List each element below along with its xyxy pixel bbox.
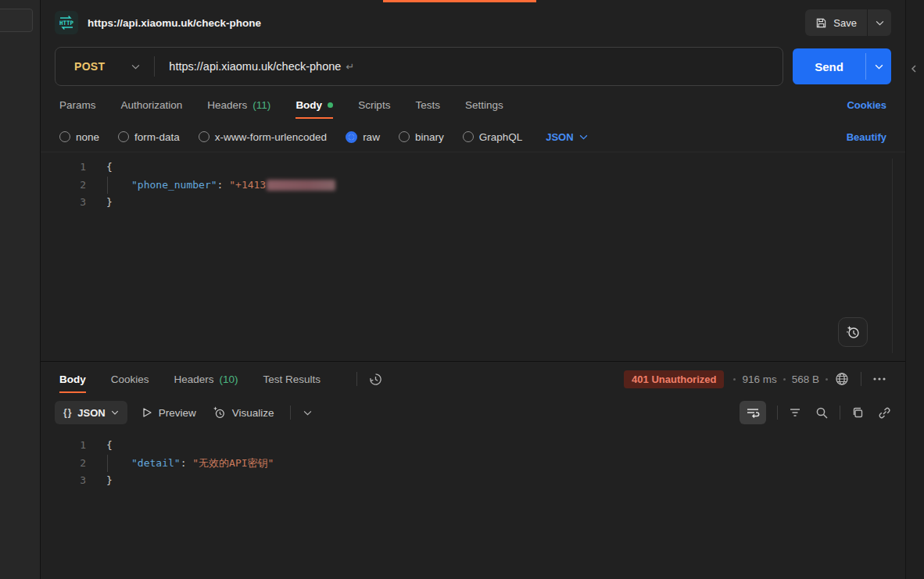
response-tab-body[interactable]: Body — [59, 362, 86, 396]
left-sidebar-rail — [0, 0, 41, 579]
json-value: "+1413 — [229, 179, 266, 191]
radio-selected-icon — [346, 131, 357, 143]
chevron-down-icon — [111, 410, 119, 415]
response-tab-cookies[interactable]: Cookies — [111, 362, 149, 396]
send-options-button[interactable] — [866, 48, 891, 84]
method-selector[interactable]: POST — [56, 60, 154, 73]
radio-icon — [463, 131, 474, 142]
tab-tests[interactable]: Tests — [415, 88, 440, 122]
status-badge[interactable]: 401 Unauthorized — [624, 370, 724, 388]
request-tabs: Params Authorization Headers(11) Body Sc… — [41, 88, 905, 122]
response-tab-test-results[interactable]: Test Results — [263, 362, 321, 396]
dot-separator — [826, 378, 828, 381]
visualize-icon — [212, 406, 226, 420]
mode-raw[interactable]: raw — [346, 131, 380, 143]
chevron-down-icon — [303, 410, 312, 416]
chevron-down-icon — [875, 64, 883, 70]
cookies-link[interactable]: Cookies — [847, 99, 886, 111]
save-button-label: Save — [833, 17, 857, 29]
response-size[interactable]: 568 B — [792, 373, 819, 385]
response-tab-headers[interactable]: Headers(10) — [174, 362, 238, 396]
response-history-button[interactable] — [368, 372, 383, 387]
tab-scripts[interactable]: Scripts — [358, 88, 390, 122]
mode-none[interactable]: none — [59, 131, 99, 143]
response-headers-count: (10) — [220, 373, 238, 385]
divider — [290, 406, 291, 420]
right-sidebar-rail — [905, 0, 924, 579]
save-icon — [815, 17, 827, 29]
tab-headers[interactable]: Headers(11) — [207, 88, 270, 122]
search-button[interactable] — [815, 406, 829, 420]
svg-text:HTTP: HTTP — [59, 20, 74, 27]
globe-icon — [834, 371, 850, 387]
more-options-icon — [872, 377, 886, 381]
save-options-button[interactable] — [868, 9, 891, 36]
http-method-icon: HTTP — [55, 11, 78, 34]
network-info-button[interactable] — [834, 371, 850, 387]
response-format-selector[interactable]: {} JSON — [55, 401, 127, 424]
language-selector[interactable]: JSON — [546, 131, 587, 143]
link-button[interactable] — [878, 406, 891, 420]
braces-icon: {} — [63, 407, 72, 418]
preview-button[interactable]: Preview — [141, 407, 196, 419]
send-split-button: Send — [793, 48, 891, 84]
enter-key-icon: ↵ — [346, 61, 354, 73]
url-value: https://api.xiaomu.uk/check-phone — [169, 60, 341, 73]
response-toolbar: {} JSON Preview Visualize — [41, 396, 905, 429]
request-header: HTTP https://api.xiaomu.uk/check-phone S… — [41, 0, 905, 45]
code-line: 1 { — [41, 437, 905, 455]
mode-binary[interactable]: binary — [399, 131, 444, 143]
line-number: 3 — [41, 472, 86, 490]
mode-graphql[interactable]: GraphQL — [463, 131, 523, 143]
response-body-editor[interactable]: 1 { 2 "detail": "无效的API密钥" 3 } — [41, 429, 905, 579]
copy-button[interactable] — [851, 406, 864, 419]
link-icon — [878, 406, 891, 420]
code-line: 3 } — [41, 194, 905, 212]
url-box: POST https://api.xiaomu.uk/check-phone↵ — [55, 47, 783, 86]
chevron-down-icon — [131, 64, 140, 70]
body-modified-dot — [328, 102, 333, 108]
response-more-options-button[interactable] — [872, 377, 886, 381]
divider — [777, 406, 778, 420]
line-number: 2 — [41, 455, 86, 473]
save-button[interactable]: Save — [805, 9, 867, 36]
response-time[interactable]: 916 ms — [742, 373, 776, 385]
chevron-down-icon — [579, 134, 588, 140]
body-mode-row: none form-data x-www-form-urlencoded raw… — [41, 122, 905, 152]
line-number: 2 — [41, 177, 86, 195]
indent-guide — [107, 455, 108, 473]
search-icon — [815, 406, 829, 420]
line-number: 3 — [41, 194, 86, 212]
filter-icon — [789, 407, 801, 418]
method-label: POST — [74, 60, 105, 73]
postbot-button[interactable] — [838, 317, 868, 347]
code-line: 2 "detail": "无效的API密钥" — [41, 455, 905, 473]
tab-authorization[interactable]: Authorization — [121, 88, 183, 122]
wrap-text-button[interactable] — [740, 401, 766, 424]
mode-form-data[interactable]: form-data — [118, 131, 180, 143]
json-key: "phone_number" — [131, 179, 217, 191]
collapse-panel-icon[interactable] — [911, 64, 917, 75]
radio-icon — [199, 131, 210, 142]
beautify-link[interactable]: Beautify — [847, 131, 886, 143]
filter-button[interactable] — [789, 407, 801, 418]
json-value: "无效的API密钥" — [192, 457, 274, 469]
dot-separator — [733, 378, 736, 381]
divider — [861, 372, 861, 386]
send-button[interactable]: Send — [793, 48, 865, 84]
format-options-button[interactable] — [295, 410, 320, 416]
visualize-button[interactable]: Visualize — [212, 406, 274, 420]
divider — [356, 372, 357, 386]
tab-settings[interactable]: Settings — [465, 88, 503, 122]
url-input[interactable]: https://api.xiaomu.uk/check-phone↵ — [155, 60, 354, 73]
radio-icon — [118, 131, 129, 142]
save-split-button: Save — [805, 9, 891, 36]
tab-body[interactable]: Body — [295, 88, 333, 122]
active-window-tab-indicator — [383, 0, 536, 2]
request-body-editor[interactable]: 1 { 2 "phone_number": "+1413 3 } — [41, 152, 905, 361]
chevron-down-icon — [876, 20, 884, 26]
collapsed-sidebar-tab[interactable] — [0, 9, 33, 32]
tab-params[interactable]: Params — [59, 88, 96, 122]
play-icon — [141, 407, 152, 418]
mode-x-www-form-urlencoded[interactable]: x-www-form-urlencoded — [199, 131, 327, 143]
